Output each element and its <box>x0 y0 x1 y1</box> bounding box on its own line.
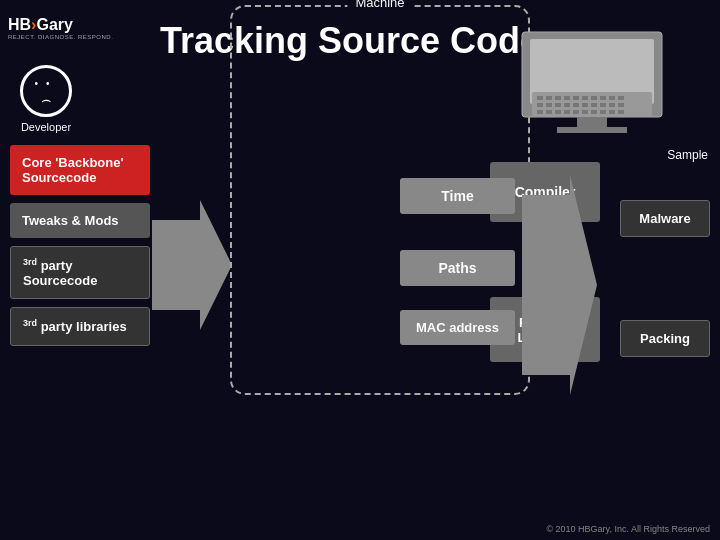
sample-label: Sample <box>667 148 708 162</box>
computer-diagram <box>502 27 682 137</box>
svg-marker-0 <box>152 200 232 330</box>
svg-rect-14 <box>609 96 615 100</box>
svg-rect-33 <box>600 110 606 114</box>
footer-copyright: © 2010 HBGary, Inc. All Rights Reserved <box>546 524 710 534</box>
paths-box: Paths <box>400 250 515 286</box>
svg-rect-10 <box>573 96 579 100</box>
svg-rect-18 <box>555 103 561 107</box>
svg-rect-4 <box>557 127 627 133</box>
svg-rect-31 <box>582 110 588 114</box>
packing-box: Packing <box>620 320 710 357</box>
malware-box: Malware <box>620 200 710 237</box>
logo-tagline: REJECT. DIAGNOSE. RESPOND. <box>8 34 113 40</box>
svg-rect-6 <box>537 96 543 100</box>
machine-label: Machine <box>347 0 412 10</box>
developer-face-icon: •• ⌢ <box>20 65 72 117</box>
developer-section: •• ⌢ Developer <box>20 60 72 133</box>
svg-rect-19 <box>564 103 570 107</box>
logo-hb: HB <box>8 16 31 34</box>
svg-rect-13 <box>600 96 606 100</box>
3rd-party-libs-box: 3rd party libraries <box>10 307 150 345</box>
left-column: Core 'Backbone' Sourcecode Tweaks & Mods… <box>10 145 150 346</box>
svg-rect-12 <box>591 96 597 100</box>
svg-rect-29 <box>564 110 570 114</box>
svg-rect-35 <box>618 110 624 114</box>
svg-rect-22 <box>591 103 597 107</box>
svg-rect-24 <box>609 103 615 107</box>
svg-rect-16 <box>537 103 543 107</box>
eyes-icon: •• <box>34 78 57 89</box>
3rd-party-source-box: 3rd partySourcecode <box>10 246 150 299</box>
svg-rect-21 <box>582 103 588 107</box>
svg-rect-15 <box>618 96 624 100</box>
svg-rect-25 <box>618 103 624 107</box>
svg-rect-30 <box>573 110 579 114</box>
middle-to-right-arrow <box>522 175 597 399</box>
svg-rect-7 <box>546 96 552 100</box>
logo-gary: Gary <box>36 16 72 34</box>
svg-rect-17 <box>546 103 552 107</box>
developer-label: Developer <box>21 121 71 133</box>
svg-rect-23 <box>600 103 606 107</box>
svg-rect-11 <box>582 96 588 100</box>
svg-rect-8 <box>555 96 561 100</box>
svg-rect-20 <box>573 103 579 107</box>
svg-rect-34 <box>609 110 615 114</box>
svg-rect-28 <box>555 110 561 114</box>
svg-rect-32 <box>591 110 597 114</box>
svg-rect-9 <box>564 96 570 100</box>
svg-rect-26 <box>537 110 543 114</box>
svg-marker-36 <box>522 175 597 395</box>
mac-address-box: MAC address <box>400 310 515 345</box>
tweaks-mods-box: Tweaks & Mods <box>10 203 150 238</box>
core-backbone-box: Core 'Backbone' Sourcecode <box>10 145 150 195</box>
svg-rect-27 <box>546 110 552 114</box>
left-to-middle-arrow <box>152 200 232 334</box>
mouth-icon: ⌢ <box>41 92 52 108</box>
logo: HB › Gary REJECT. DIAGNOSE. RESPOND. <box>8 8 128 48</box>
time-box: Time <box>400 178 515 214</box>
